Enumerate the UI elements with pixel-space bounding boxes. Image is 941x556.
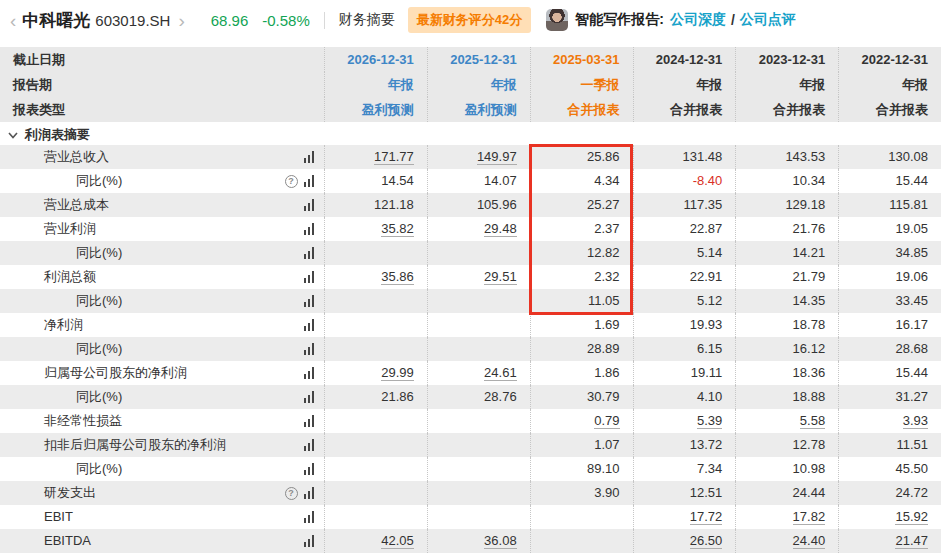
- bar-chart-icon[interactable]: [304, 463, 315, 475]
- value-link[interactable]: 26.50: [690, 533, 723, 549]
- link-company-comment[interactable]: 公司点评: [740, 11, 796, 29]
- tab-financial-summary[interactable]: 财务摘要: [339, 11, 395, 29]
- row-label: 营业总成本: [44, 193, 109, 217]
- value-text: 5.12: [697, 293, 722, 308]
- table-cell: 19.06: [838, 265, 941, 289]
- row-label-cell: 同比(%): [0, 457, 324, 481]
- value-link[interactable]: 29.99: [381, 365, 414, 381]
- table-cell: 143.53: [735, 145, 838, 169]
- value-link[interactable]: 17.72: [690, 509, 723, 525]
- table-cell: 24.61: [427, 361, 530, 385]
- bar-chart-icon[interactable]: [304, 175, 315, 187]
- value-text: 14.54: [381, 173, 414, 188]
- bar-chart-icon[interactable]: [304, 295, 315, 307]
- value-link[interactable]: 5.58: [800, 413, 825, 429]
- value-text: 3.90: [594, 485, 619, 500]
- table-cell: 18.88: [735, 385, 838, 409]
- bar-chart-icon[interactable]: [304, 223, 315, 235]
- value-text: 19.11: [691, 365, 723, 380]
- table-cell: 15.44: [838, 361, 941, 385]
- table-cell: [427, 241, 530, 265]
- value-text: 16.17: [895, 317, 928, 332]
- link-company-depth[interactable]: 公司深度: [670, 11, 726, 29]
- value-link[interactable]: 0.79: [594, 413, 619, 429]
- bar-chart-icon[interactable]: [304, 535, 315, 547]
- value-text: 28.76: [484, 389, 517, 404]
- value-text: 28.89: [587, 341, 620, 356]
- value-link[interactable]: 149.97: [477, 149, 517, 165]
- table-header-row: 报表类型盈利预测盈利预测合并报表合并报表合并报表合并报表: [0, 97, 941, 122]
- value-text: 14.07: [484, 173, 517, 188]
- table-cell: [324, 433, 427, 457]
- table-cell: 2.32: [530, 265, 633, 289]
- bar-chart-icon[interactable]: [304, 439, 315, 451]
- bar-chart-icon[interactable]: [304, 319, 315, 331]
- bar-chart-icon[interactable]: [304, 151, 315, 163]
- forward-chevron-icon[interactable]: ›: [176, 11, 186, 30]
- value-link[interactable]: 29.51: [484, 269, 517, 285]
- value-link[interactable]: 24.61: [484, 365, 517, 381]
- value-link[interactable]: 29.48: [484, 221, 517, 237]
- value-link[interactable]: 17.82: [793, 509, 826, 525]
- row-label: EBITDA: [44, 529, 91, 553]
- bar-chart-icon[interactable]: [304, 343, 315, 355]
- value-text: 115.81: [889, 197, 928, 212]
- table-cell: 19.93: [633, 313, 736, 337]
- table-cell: 36.08: [427, 529, 530, 553]
- bar-chart-icon[interactable]: [304, 487, 315, 499]
- table-cell: 171.77: [324, 145, 427, 169]
- row-label-cell: 扣非后归属母公司股东的净利润: [0, 433, 324, 457]
- table-cell: [324, 337, 427, 361]
- table-cell: 3.93: [838, 409, 941, 433]
- bar-chart-icon[interactable]: [304, 511, 315, 523]
- value-link[interactable]: 35.82: [381, 221, 414, 237]
- back-chevron-icon[interactable]: ‹: [8, 11, 18, 30]
- bar-chart-icon[interactable]: [304, 247, 315, 259]
- value-text: 16.12: [793, 341, 826, 356]
- table-cell: 18.36: [735, 361, 838, 385]
- question-icon[interactable]: ?: [285, 487, 298, 500]
- value-link[interactable]: 171.77: [374, 149, 414, 165]
- table-cell: 117.35: [633, 193, 736, 217]
- bar-chart-icon[interactable]: [304, 271, 315, 283]
- ai-report-label: 智能写作报告:: [575, 11, 664, 29]
- bar-chart-icon[interactable]: [304, 391, 315, 403]
- value-link[interactable]: 3.93: [903, 413, 928, 429]
- question-icon[interactable]: ?: [285, 175, 298, 188]
- row-header-label: 截止日期: [0, 47, 324, 72]
- column-header-type: 合并报表: [735, 97, 838, 122]
- bar-chart-icon[interactable]: [304, 367, 315, 379]
- value-link[interactable]: 5.39: [697, 413, 722, 429]
- table-cell: 17.72: [633, 505, 736, 529]
- column-header-type: 合并报表: [530, 97, 633, 122]
- row-icons: [304, 343, 325, 355]
- value-link[interactable]: 15.92: [895, 509, 928, 525]
- table-cell: [427, 289, 530, 313]
- value-text: 2.32: [594, 269, 619, 284]
- financial-score-badge[interactable]: 最新财务评分42分: [408, 7, 531, 33]
- row-label: 非经常性损益: [44, 409, 122, 433]
- value-link[interactable]: 36.08: [484, 533, 517, 549]
- value-link[interactable]: 42.05: [381, 533, 414, 549]
- table-cell: [427, 433, 530, 457]
- table-row: 同比(%)?14.5414.074.34-8.4010.3415.44: [0, 169, 941, 193]
- row-icons: [304, 535, 325, 547]
- row-label-cell: 同比(%): [0, 241, 324, 265]
- table-cell: 16.17: [838, 313, 941, 337]
- bar-chart-icon[interactable]: [304, 199, 315, 211]
- table-body: 营业总收入171.77149.9725.86131.48143.53130.08…: [0, 145, 941, 553]
- table-row: 同比(%)28.896.1516.1228.68: [0, 337, 941, 361]
- table-cell: 28.68: [838, 337, 941, 361]
- row-icons: [304, 439, 325, 451]
- row-icons: [304, 463, 325, 475]
- row-label: 归属母公司股东的净利润: [44, 361, 187, 385]
- value-text: 15.44: [895, 365, 928, 380]
- bar-chart-icon[interactable]: [304, 415, 315, 427]
- value-text: 5.14: [697, 245, 722, 260]
- value-text: 18.36: [793, 365, 826, 380]
- table-cell: 5.58: [735, 409, 838, 433]
- value-link[interactable]: 24.40: [793, 533, 826, 549]
- section-income-statement[interactable]: 利润表摘要: [0, 125, 941, 145]
- value-link[interactable]: 21.47: [895, 533, 928, 549]
- value-link[interactable]: 35.86: [381, 269, 414, 285]
